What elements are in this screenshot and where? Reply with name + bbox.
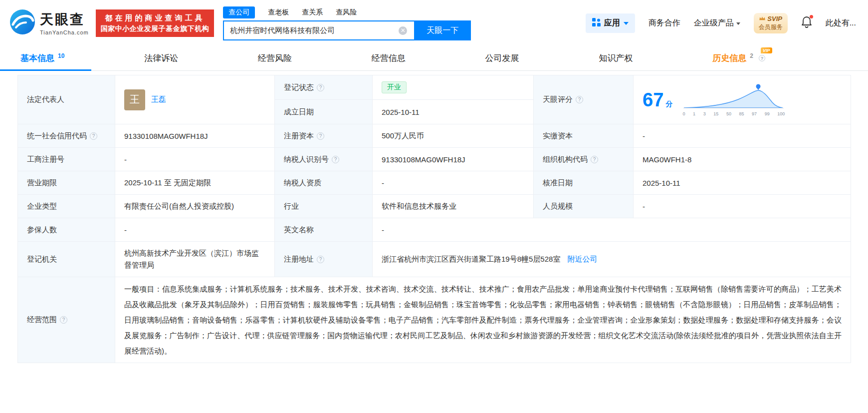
credit-code-label-cell: 统一社会信用代码 ? bbox=[18, 124, 115, 148]
establish-date-value-cell: 2025-10-11 bbox=[373, 100, 534, 124]
reg-authority-label-cell: 登记机关 bbox=[18, 242, 115, 277]
company-type-value-cell: 有限责任公司(自然人投资或控股) bbox=[115, 195, 275, 218]
search-button[interactable]: 天眼一下 bbox=[414, 20, 471, 40]
paid-capital-value-cell: - bbox=[634, 124, 851, 148]
reg-status-value-cell: 开业 bbox=[373, 75, 534, 100]
credit-code-value-cell: 91330108MAG0WFH18J bbox=[115, 124, 275, 148]
insured-count-label-cell: 参保人数 bbox=[18, 218, 115, 242]
apps-button[interactable]: 应用 bbox=[586, 13, 635, 33]
tab-operation-risk[interactable]: 经营风险 bbox=[255, 46, 295, 70]
legal-rep-label-cell: 法定代表人 bbox=[18, 75, 115, 124]
nearby-companies-link[interactable]: 附近公司 bbox=[567, 255, 597, 264]
chevron-down-icon bbox=[624, 22, 629, 25]
reg-status-label-cell: 登记状态 ? bbox=[275, 75, 373, 100]
taxpayer-id-value-cell: 91330108MAG0WFH18J bbox=[373, 148, 534, 171]
apps-label: 应用 bbox=[604, 18, 620, 28]
industry-label-cell: 行业 bbox=[275, 195, 373, 218]
basic-info-table: 法定代表人 王 王磊 登记状态 ? 开业 天眼评分 ? 67 分 bbox=[17, 75, 851, 363]
tab-legal-lawsuits[interactable]: 法律诉讼 bbox=[141, 46, 181, 70]
status-badge: 开业 bbox=[382, 81, 407, 93]
taxpayer-quality-label-cell: 纳税人资质 bbox=[275, 171, 373, 195]
business-scope-value-cell: 一般项目：信息系统集成服务；计算机系统服务；技术服务、技术开发、技术咨询、技术交… bbox=[115, 277, 851, 363]
score-unit: 分 bbox=[665, 100, 672, 108]
search-tab-company[interactable]: 查公司 bbox=[223, 6, 255, 18]
promo-banner-line1: 都在用的商业查询工具 bbox=[101, 12, 210, 23]
help-icon[interactable]: ? bbox=[576, 96, 583, 103]
score-label-cell: 天眼评分 ? bbox=[534, 75, 634, 124]
business-scope-label-cell: 经营范围 ? bbox=[18, 277, 115, 363]
org-code-label-cell: 组织机构代码 ? bbox=[534, 148, 634, 171]
help-icon[interactable]: ? bbox=[332, 156, 339, 163]
user-menu[interactable]: 此处有... bbox=[826, 18, 856, 28]
svip-label: SVIP bbox=[767, 15, 782, 22]
svip-member-label: 会员服务 bbox=[759, 23, 783, 31]
staff-size-value-cell: - bbox=[634, 195, 851, 218]
search-tab-risk[interactable]: 查风险 bbox=[336, 8, 357, 17]
reg-address-value-cell: 浙江省杭州市滨江区西兴街道聚工路19号8幢5层528室 附近公司 bbox=[373, 242, 851, 277]
taxpayer-id-label-cell: 纳税人识别号 ? bbox=[275, 148, 373, 171]
reg-capital-value-cell: 500万人民币 bbox=[373, 124, 534, 148]
logo-name: 天眼查 bbox=[40, 10, 89, 28]
insured-count-value-cell: - bbox=[115, 218, 275, 242]
search-tab-relation[interactable]: 查关系 bbox=[302, 8, 323, 17]
legal-rep-avatar[interactable]: 王 bbox=[124, 89, 145, 110]
promo-banner-line2: 国家中小企业发展子基金旗下机构 bbox=[101, 23, 210, 34]
notification-dot bbox=[810, 15, 813, 18]
help-icon[interactable]: ? bbox=[317, 84, 324, 91]
tab-intellectual-property[interactable]: 知识产权 bbox=[596, 46, 636, 70]
enterprise-products-link[interactable]: 企业级产品 bbox=[694, 18, 740, 28]
reg-number-value-cell: - bbox=[115, 148, 275, 171]
tab-basic-info[interactable]: 基本信息 10 bbox=[17, 46, 67, 70]
reg-address-text: 浙江省杭州市滨江区西兴街道聚工路19号8幢5层528室 bbox=[382, 255, 560, 264]
search-area: 查公司 查老板 查关系 查风险 ✕ 天眼一下 bbox=[223, 5, 471, 40]
apps-grid-icon bbox=[592, 18, 601, 28]
score-value: 67 bbox=[643, 89, 663, 110]
help-icon[interactable]: ? bbox=[591, 156, 598, 163]
approval-date-label-cell: 核准日期 bbox=[534, 171, 634, 195]
header-right: 应用 商务合作 企业级产品 SVIP 会员服务 bbox=[586, 13, 856, 33]
help-icon[interactable]: ? bbox=[317, 256, 324, 263]
user-menu-label: 此处有... bbox=[826, 18, 856, 28]
score-value-cell: 67 分 01 315 5085 9799 100 bbox=[634, 75, 851, 124]
help-icon[interactable]: ? bbox=[60, 316, 67, 324]
staff-size-label-cell: 人员规模 bbox=[534, 195, 634, 218]
business-term-label-cell: 营业期限 bbox=[18, 171, 115, 195]
search-tab-boss[interactable]: 查老板 bbox=[268, 8, 289, 17]
legal-rep-name-link[interactable]: 王磊 bbox=[151, 95, 166, 104]
company-type-label-cell: 企业类型 bbox=[18, 195, 115, 218]
help-icon[interactable]: ? bbox=[759, 55, 765, 61]
tab-basic-info-label: 基本信息 bbox=[20, 52, 54, 64]
business-coop-label: 商务合作 bbox=[649, 18, 680, 28]
chevron-down-icon bbox=[736, 22, 740, 25]
notification-bell[interactable] bbox=[801, 16, 812, 30]
tab-history-info-count: 2 bbox=[750, 52, 753, 59]
legal-rep-value-cell: 王 王磊 bbox=[115, 75, 275, 124]
logo[interactable]: 天眼查 TianYanCha.com bbox=[9, 8, 89, 37]
search-box: ✕ 天眼一下 bbox=[223, 20, 471, 40]
business-scope-text: 一般项目：信息系统集成服务；计算机系统服务；技术服务、技术开发、技术咨询、技术交… bbox=[124, 279, 842, 361]
reg-number-label-cell: 工商注册号 bbox=[18, 148, 115, 171]
establish-date-label-cell: 成立日期 bbox=[275, 100, 373, 124]
help-icon[interactable]: ? bbox=[90, 132, 97, 140]
industry-value-cell: 软件和信息技术服务业 bbox=[373, 195, 534, 218]
english-name-value-cell: - bbox=[373, 218, 851, 242]
business-coop-link[interactable]: 商务合作 bbox=[649, 18, 680, 28]
help-icon[interactable]: ? bbox=[317, 132, 324, 140]
section-tabbar: 基本信息 10 法律诉讼 经营风险 经营信息 公司发展 知识产权 VIP 历史信… bbox=[0, 46, 868, 71]
tab-history-info[interactable]: VIP 历史信息 2 ? bbox=[709, 46, 768, 70]
search-tabs: 查公司 查老板 查关系 查风险 bbox=[223, 5, 471, 19]
svip-member-button[interactable]: SVIP 会员服务 bbox=[754, 13, 788, 33]
taxpayer-quality-value-cell: - bbox=[373, 171, 534, 195]
reg-authority-value-cell: 杭州高新技术产业开发区（滨江）市场监督管理局 bbox=[115, 242, 275, 277]
bell-icon bbox=[801, 21, 812, 29]
tab-company-development[interactable]: 公司发展 bbox=[482, 46, 522, 70]
company-search-input[interactable] bbox=[223, 20, 414, 40]
crown-icon bbox=[759, 15, 766, 22]
reg-capital-label-cell: 注册资本 ? bbox=[275, 124, 373, 148]
logo-domain: TianYanCha.com bbox=[40, 29, 89, 35]
header: 天眼查 TianYanCha.com 都在用的商业查询工具 国家中小企业发展子基… bbox=[0, 0, 868, 46]
score-distribution-chart: 01 315 5085 9799 100 bbox=[682, 83, 785, 116]
score-chart-ticks: 01 315 5085 9799 100 bbox=[682, 111, 785, 116]
tab-business-info[interactable]: 经营信息 bbox=[369, 46, 409, 70]
org-code-value-cell: MAG0WFH1-8 bbox=[634, 148, 851, 171]
